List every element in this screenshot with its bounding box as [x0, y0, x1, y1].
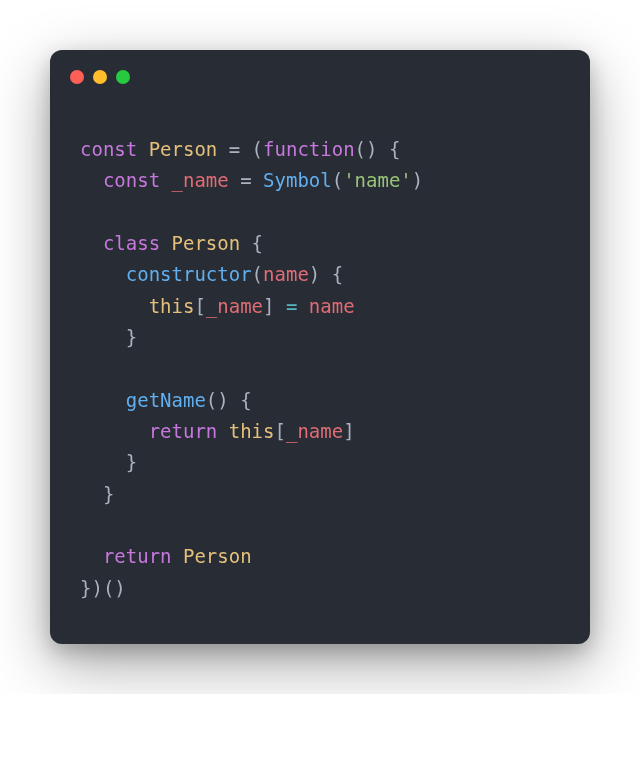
punct: =: [229, 169, 263, 191]
punct: ]: [343, 420, 354, 442]
class-name: Person: [160, 232, 240, 254]
close-icon[interactable]: [70, 70, 84, 84]
operator-assign: =: [286, 295, 297, 317]
punct: (: [252, 263, 263, 285]
identifier-val: name: [297, 295, 354, 317]
punct: = (: [217, 138, 263, 160]
punct: }: [126, 326, 137, 348]
keyword-class: class: [103, 232, 160, 254]
punct: [: [194, 295, 205, 317]
call-symbol: Symbol: [263, 169, 332, 191]
maximize-icon[interactable]: [116, 70, 130, 84]
keyword-return: return: [149, 420, 218, 442]
punct: [: [274, 420, 285, 442]
string-literal: 'name': [343, 169, 412, 191]
punct: ) {: [309, 263, 343, 285]
identifier-person: Person: [149, 138, 218, 160]
punct: }: [103, 483, 114, 505]
punct: () {: [355, 138, 401, 160]
code-window: const Person = (function() { const _name…: [50, 50, 590, 644]
punct: (: [332, 169, 343, 191]
window-titlebar: [50, 50, 590, 84]
minimize-icon[interactable]: [93, 70, 107, 84]
keyword-const: const: [103, 169, 160, 191]
punct: {: [240, 232, 263, 254]
code-block: const Person = (function() { const _name…: [50, 84, 590, 644]
identifier-name: _name: [286, 420, 343, 442]
identifier-person: Person: [172, 545, 252, 567]
keyword-const: const: [80, 138, 137, 160]
identifier-name: _name: [206, 295, 263, 317]
punct: () {: [206, 389, 252, 411]
punct: ): [412, 169, 423, 191]
punct: })(): [80, 577, 126, 599]
keyword-this: this: [149, 295, 195, 317]
punct: }: [126, 451, 137, 473]
keyword-function: function: [263, 138, 355, 160]
keyword-this: this: [217, 420, 274, 442]
punct: ]: [263, 295, 286, 317]
keyword-return: return: [103, 545, 172, 567]
identifier-name: _name: [160, 169, 229, 191]
method-constructor: constructor: [126, 263, 252, 285]
method-getname: getName: [126, 389, 206, 411]
param-name: name: [263, 263, 309, 285]
